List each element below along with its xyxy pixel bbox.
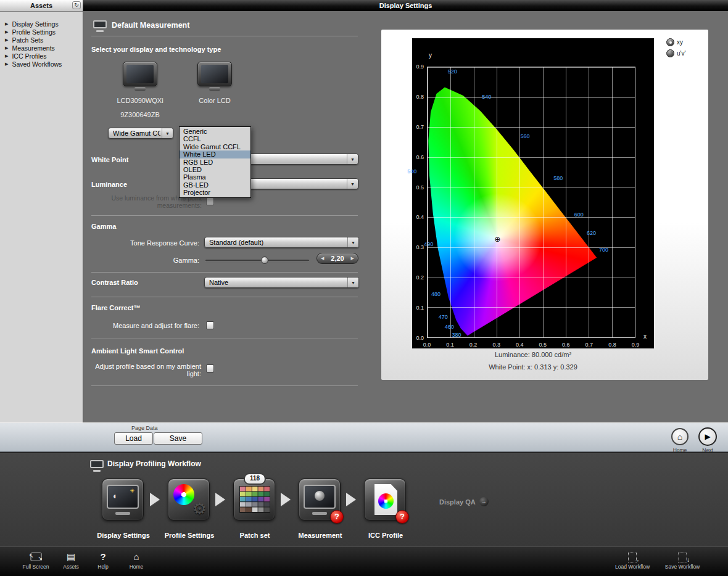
sidebar-item-display-settings[interactable]: ▶Display Settings xyxy=(0,20,83,28)
tone-response-curve-dropdown[interactable]: Standard (default) ▼ xyxy=(204,237,359,248)
refresh-button[interactable]: ↻ xyxy=(72,1,81,9)
chevron-down-icon: ▼ xyxy=(347,237,358,247)
gamma-stepper[interactable]: ◀ 2,20 ▶ xyxy=(316,253,358,264)
gamma-slider-thumb[interactable] xyxy=(261,257,268,264)
menu-item-wide-gamut-ccfl[interactable]: Wide Gamut CCFL xyxy=(180,143,250,150)
contrast-icon: ◐ xyxy=(113,491,118,501)
page-title: Display Settings xyxy=(379,2,432,9)
wavelength-label-580: 580 xyxy=(553,175,563,181)
select-display-label: Select your display and technology type xyxy=(91,46,221,53)
workflow-arrow-icon xyxy=(150,493,160,506)
wavelength-label-540: 540 xyxy=(482,94,491,100)
load-workflow-button[interactable]: → Load Workflow xyxy=(615,551,650,570)
display-option-lcd3090wqxi[interactable] xyxy=(123,62,157,86)
load-button[interactable]: Load xyxy=(114,432,153,445)
arrow-right-icon: → xyxy=(479,497,489,506)
sidebar-item-patch-sets[interactable]: ▶Patch Sets xyxy=(0,36,83,44)
gamma-slider[interactable] xyxy=(205,255,309,265)
gamma-value-label: Gamma: xyxy=(83,257,199,264)
plot-area: 520540560580600620700500490480470460380 … xyxy=(427,67,635,338)
menu-item-plasma[interactable]: Plasma xyxy=(180,173,250,181)
x-tick: 0.5 xyxy=(539,342,547,348)
save-workflow-icon: ↓ xyxy=(678,553,687,562)
wavelength-label-600: 600 xyxy=(574,212,584,218)
assets-button[interactable]: ▤ Assets xyxy=(63,551,79,570)
menu-item-white-led[interactable]: White LED xyxy=(180,150,250,158)
workflow-step-patch-set[interactable]: 118 Patch set xyxy=(233,479,276,520)
home-button[interactable]: ⌂ xyxy=(671,428,689,445)
monitor-icon: ◐ ☀ xyxy=(107,485,139,509)
color-patches-icon xyxy=(239,486,270,513)
x-tick: 0.0 xyxy=(423,342,431,348)
stepper-decrement-icon[interactable]: ◀ xyxy=(321,256,324,261)
menu-item-projector[interactable]: Projector xyxy=(180,189,250,196)
display-name: Color LCD xyxy=(181,97,249,104)
x-tick: 0.1 xyxy=(446,342,454,348)
y-tick: 0.9 xyxy=(416,64,424,70)
workflow-step-display-settings[interactable]: ◐ ☀ Display Settings xyxy=(102,479,145,520)
menu-item-generic[interactable]: Generic xyxy=(180,128,250,135)
contrast-ratio-dropdown[interactable]: Native ▼ xyxy=(204,277,359,288)
stepper-increment-icon[interactable]: ▶ xyxy=(351,256,354,261)
technology-dropdown[interactable]: Wide Gamut CCFL ▼ xyxy=(108,128,173,139)
radio-uv[interactable]: u'v' xyxy=(666,49,685,57)
next-button[interactable]: ▶ xyxy=(698,427,717,446)
contrast-ratio-label: Contrast Ratio xyxy=(91,279,138,286)
icc-profile-tile-icon[interactable]: ? xyxy=(364,479,406,520)
play-icon: ▶ xyxy=(705,432,710,441)
disclosure-triangle-icon: ▶ xyxy=(5,22,8,27)
question-icon: ? xyxy=(100,551,105,562)
patch-set-tile-icon[interactable] xyxy=(233,479,275,520)
separator xyxy=(91,297,358,297)
sidebar-item-measurements[interactable]: ▶Measurements xyxy=(0,44,83,52)
page-data-label: Page Data xyxy=(131,425,158,431)
workflow-step-measurement[interactable]: ? Measurement xyxy=(299,479,342,520)
assets-sidebar: Assets ↻ ▶Display Settings▶Profile Setti… xyxy=(0,0,83,422)
chevron-down-icon: ▼ xyxy=(162,128,173,138)
flare-checkbox[interactable] xyxy=(206,321,214,329)
x-tick: 0.7 xyxy=(585,342,594,348)
menu-item-gb-led[interactable]: GB-LED xyxy=(180,181,250,189)
sidebar-item-saved-workflows[interactable]: ▶Saved Workflows xyxy=(0,60,83,68)
menu-item-oled[interactable]: OLED xyxy=(180,166,250,173)
section-title: Default Measurement xyxy=(112,21,189,30)
measurement-tile-icon[interactable]: ? xyxy=(299,479,341,520)
document-icon xyxy=(374,484,397,515)
separator xyxy=(91,215,358,216)
workflow-step-profile-settings[interactable]: ⚙ Profile Settings xyxy=(168,479,211,520)
sidebar-item-profile-settings[interactable]: ▶Profile Settings xyxy=(0,28,83,36)
white-point-label: White Point xyxy=(91,156,129,163)
wavelength-label-470: 470 xyxy=(439,314,448,320)
profile-settings-tile-icon[interactable]: ⚙ xyxy=(168,479,210,520)
wavelength-label-460: 460 xyxy=(445,324,454,330)
full-screen-button[interactable]: Full Screen xyxy=(23,551,49,570)
brightness-icon: ☀ xyxy=(130,488,134,494)
ambient-checkbox-label: Adjust profile based on my ambient xyxy=(83,363,201,370)
x-tick: 0.3 xyxy=(492,342,500,348)
load-workflow-icon: → xyxy=(628,553,637,562)
save-workflow-button[interactable]: ↓ Save Workflow xyxy=(665,551,700,570)
menu-item-ccfl[interactable]: CCFL xyxy=(180,135,250,142)
wavelength-labels: 520540560580600620700500490480470460380 xyxy=(428,67,635,337)
x-tick: 0.6 xyxy=(562,342,570,348)
sidebar-item-icc-profiles[interactable]: ▶ICC Profiles xyxy=(0,52,83,60)
disclosure-triangle-icon: ▶ xyxy=(5,54,8,59)
home-toolbar-button[interactable]: ⌂ Home xyxy=(130,551,144,570)
page-data-bar: Page Data Load Save ⌂ Home ▶ Next xyxy=(0,422,728,452)
separator xyxy=(91,272,358,273)
display-qa-link[interactable]: Display QA → xyxy=(439,497,489,506)
refresh-icon: ↻ xyxy=(74,2,79,8)
home-icon: ⌂ xyxy=(133,551,139,562)
y-tick: 0.0 xyxy=(416,335,424,341)
luminance-readout: Luminance: 80.000 cd/m² xyxy=(412,351,654,358)
use-luminance-checkbox[interactable] xyxy=(206,197,214,205)
gamma-value: 2,20 xyxy=(331,255,344,262)
workflow-step-icc-profile[interactable]: ? ICC Profile xyxy=(364,479,407,520)
radio-xy[interactable]: xy xyxy=(666,38,685,46)
display-settings-tile-icon[interactable]: ◐ ☀ xyxy=(102,479,144,520)
menu-item-rgb-led[interactable]: RGB LED xyxy=(180,158,250,166)
help-button[interactable]: ? Help xyxy=(97,551,108,570)
ambient-checkbox[interactable] xyxy=(206,364,214,372)
save-button[interactable]: Save xyxy=(154,432,202,445)
display-option-color-lcd[interactable] xyxy=(197,62,232,86)
